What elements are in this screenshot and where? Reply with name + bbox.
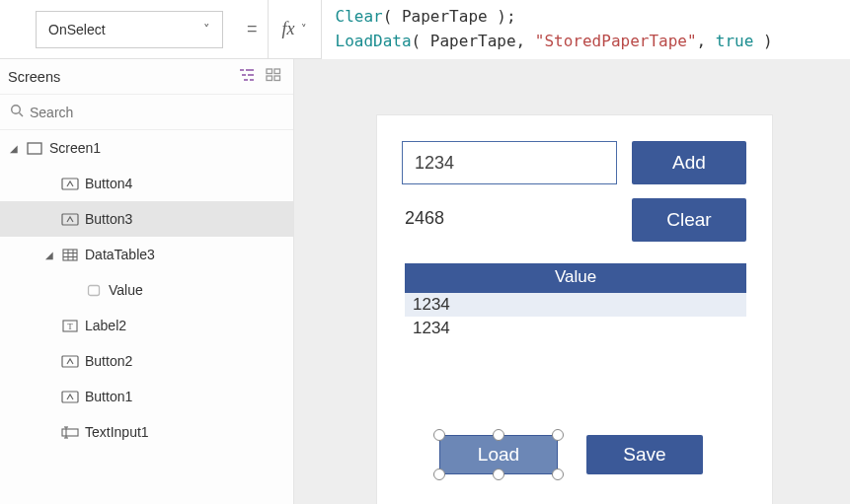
- selection-handle[interactable]: [552, 468, 564, 480]
- selection-handle[interactable]: [433, 468, 445, 480]
- panel-header: Screens: [0, 59, 293, 95]
- table-row[interactable]: 1234: [405, 317, 746, 340]
- selection-handle[interactable]: [552, 429, 564, 441]
- table-icon: [61, 247, 79, 262]
- formula-line-1: Clear( PaperTape );: [336, 5, 836, 30]
- save-button[interactable]: Save: [586, 435, 703, 474]
- tree-item-button1[interactable]: Button1: [0, 379, 293, 414]
- svg-rect-20: [89, 285, 100, 295]
- tree-item-label: Button3: [85, 211, 132, 227]
- selection-handle[interactable]: [493, 429, 504, 441]
- search-icon: [10, 104, 24, 120]
- search-row: [0, 95, 293, 130]
- tree-item-label: TextInput1: [85, 424, 149, 440]
- formula-line-2: LoadData( PaperTape, "StoredPaperTape", …: [336, 30, 836, 54]
- screens-panel: Screens ◢Screen1Button4Button3◢DataTable…: [0, 59, 294, 504]
- svg-point-10: [12, 106, 21, 114]
- fx-icon: fx: [282, 19, 295, 39]
- svg-rect-25: [62, 429, 78, 436]
- expand-arrow-icon[interactable]: ◢: [8, 143, 20, 154]
- svg-rect-8: [267, 76, 272, 81]
- tree-item-datatable3[interactable]: ◢DataTable3: [0, 237, 293, 272]
- tree-item-label: DataTable3: [85, 247, 155, 262]
- button-label: Add: [672, 152, 706, 174]
- tree-item-label: Button4: [85, 176, 132, 191]
- formula-input[interactable]: Clear( PaperTape ); LoadData( PaperTape,…: [322, 0, 850, 59]
- button-icon: [61, 389, 79, 404]
- tree-item-screen1[interactable]: ◢Screen1: [0, 130, 293, 166]
- text-input[interactable]: 1234: [402, 141, 617, 184]
- tree-item-button4[interactable]: Button4: [0, 166, 293, 201]
- search-input[interactable]: [30, 105, 283, 120]
- button-icon: [61, 353, 79, 369]
- property-selector[interactable]: OnSelect ˅: [36, 11, 223, 48]
- tree-item-button3[interactable]: Button3: [0, 201, 293, 237]
- canvas[interactable]: 1234 Add Clear 2468 Value 1234 1234 Load…: [294, 59, 850, 504]
- button-label: Save: [623, 444, 665, 466]
- selection-handle[interactable]: [493, 468, 504, 480]
- result-label: 2468: [405, 208, 444, 229]
- button-icon: [61, 211, 79, 227]
- formula-bar: OnSelect ˅ = fx ˅ Clear( PaperTape ); Lo…: [0, 0, 850, 59]
- table-header: Value: [405, 263, 746, 293]
- add-button[interactable]: Add: [632, 141, 746, 184]
- selection-handle[interactable]: [433, 429, 445, 441]
- clear-button[interactable]: Clear: [632, 198, 746, 242]
- svg-rect-23: [62, 356, 78, 367]
- data-table[interactable]: Value 1234 1234: [405, 263, 746, 340]
- label-icon: T: [61, 318, 79, 333]
- property-name: OnSelect: [48, 22, 106, 37]
- tree-item-value[interactable]: Value: [0, 272, 293, 308]
- button-label: Clear: [666, 209, 711, 231]
- tree-item-label2[interactable]: TLabel2: [0, 308, 293, 343]
- svg-rect-7: [274, 69, 280, 74]
- thumbnail-view-icon[interactable]: [266, 68, 281, 85]
- tree-item-label: Button2: [85, 353, 132, 369]
- screen-icon: [26, 140, 43, 156]
- chevron-down-icon: ˅: [301, 23, 307, 36]
- tree-item-label: Screen1: [49, 140, 101, 156]
- button-label: Load: [478, 444, 519, 466]
- equals-sign: =: [247, 19, 258, 39]
- svg-rect-24: [62, 392, 78, 402]
- app-screen: 1234 Add Clear 2468 Value 1234 1234 Load…: [377, 115, 772, 504]
- tree-item-label: Label2: [85, 318, 126, 333]
- column-icon: [85, 282, 103, 298]
- tree-item-textinput1[interactable]: TextInput1: [0, 414, 293, 450]
- svg-rect-12: [28, 143, 41, 154]
- button-icon: [61, 176, 79, 191]
- textinput-icon: [61, 424, 79, 440]
- svg-rect-9: [274, 76, 280, 81]
- chevron-down-icon: ˅: [203, 22, 210, 36]
- tree-item-label: Value: [109, 282, 143, 298]
- svg-rect-14: [62, 214, 78, 225]
- panel-title: Screens: [8, 69, 60, 85]
- tree-item-label: Button1: [85, 389, 132, 404]
- tree-item-button2[interactable]: Button2: [0, 343, 293, 379]
- text-input-value: 1234: [415, 153, 454, 174]
- fx-button[interactable]: fx ˅: [268, 0, 322, 59]
- svg-rect-6: [267, 69, 272, 74]
- svg-line-11: [20, 113, 24, 117]
- tree-view-icon[interactable]: [238, 68, 256, 85]
- svg-text:T: T: [67, 322, 73, 331]
- expand-arrow-icon[interactable]: ◢: [43, 250, 55, 260]
- svg-rect-15: [63, 250, 77, 260]
- tree-view: ◢Screen1Button4Button3◢DataTable3ValueTL…: [0, 130, 293, 504]
- svg-rect-13: [62, 179, 78, 189]
- table-row[interactable]: 1234: [405, 293, 746, 317]
